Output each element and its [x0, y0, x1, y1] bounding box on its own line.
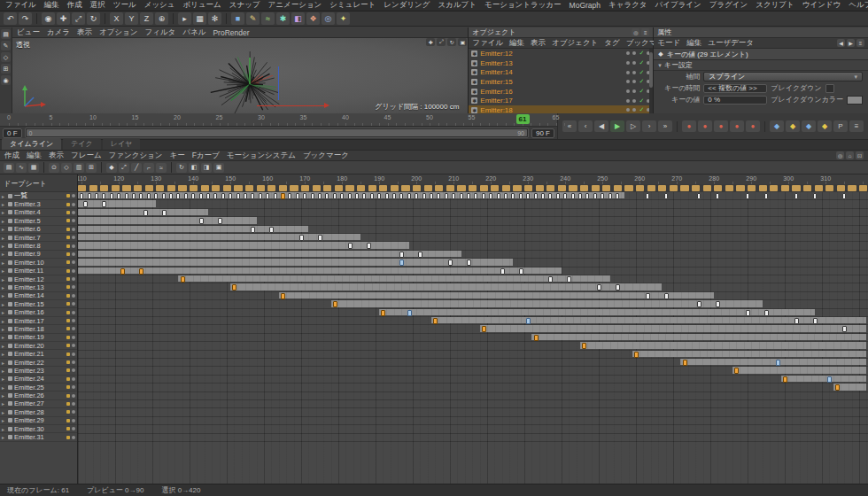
keyframe[interactable]	[399, 252, 404, 258]
marker-block[interactable]	[636, 185, 644, 191]
timeline-menu-8[interactable]: ブックマーク	[303, 151, 349, 161]
keyframe[interactable]	[842, 326, 847, 332]
track-key-icon[interactable]	[66, 302, 70, 306]
enabled-check-icon[interactable]: ✓	[639, 50, 644, 57]
keyframe[interactable]	[430, 193, 433, 199]
track-lane-Emitter.24[interactable]	[78, 376, 868, 384]
keyframe[interactable]	[407, 193, 411, 199]
next-frame-button[interactable]: ▷	[626, 120, 640, 132]
track-lane-Emitter.29[interactable]	[78, 417, 868, 425]
track-key-icon[interactable]	[66, 360, 70, 364]
keyframe[interactable]	[407, 310, 412, 316]
track-label-Emitter.26[interactable]: ▸Emitter.26	[0, 391, 77, 399]
keyframe[interactable]	[191, 193, 195, 199]
marker-block[interactable]	[313, 185, 321, 191]
rotate-tool-icon[interactable]: ↻	[87, 12, 100, 25]
keyframe[interactable]	[526, 318, 531, 324]
timeline-menu-6[interactable]: Fカーブ	[192, 151, 220, 161]
menu-item-18[interactable]: ウインドウ	[802, 0, 841, 11]
keyframe[interactable]	[746, 310, 750, 316]
spline-tool-icon[interactable]: ≈	[261, 12, 275, 25]
end-frame-field[interactable]: 90 F	[531, 128, 554, 138]
expand-icon[interactable]: ▸	[2, 276, 6, 283]
render-settings-icon[interactable]: ✻	[208, 12, 221, 25]
animation-range-bar[interactable]	[632, 351, 867, 357]
keyframe-selected[interactable]	[734, 368, 739, 374]
marker-block[interactable]	[837, 185, 845, 191]
track-mute-icon[interactable]	[72, 353, 75, 356]
keyframe[interactable]	[567, 276, 571, 283]
menu-item-9[interactable]: シミュレート	[329, 0, 376, 11]
keyframe[interactable]	[593, 193, 597, 199]
keyframe[interactable]	[578, 193, 582, 199]
track-key-icon[interactable]	[66, 194, 70, 198]
animation-range-bar[interactable]	[178, 275, 609, 282]
frame-ruler[interactable]: 05101520253035404550556561	[0, 113, 557, 127]
marker-block[interactable]	[859, 185, 867, 191]
track-lane-Emitter.12[interactable]	[78, 275, 868, 283]
keyframe-selected[interactable]	[433, 318, 438, 324]
current-frame-playhead[interactable]: 61	[516, 114, 530, 124]
track-mute-icon[interactable]	[72, 394, 75, 398]
keyframe-selected[interactable]	[482, 326, 486, 332]
visibility-toggle-editor[interactable]	[626, 108, 630, 112]
track-lane-Emitter.28[interactable]	[78, 408, 868, 416]
keyframe[interactable]	[362, 193, 366, 199]
link-view-icon[interactable]: ⊙	[49, 163, 59, 173]
menu-item-4[interactable]: ツール	[113, 0, 136, 11]
keyframe[interactable]	[311, 193, 314, 199]
keyframe[interactable]	[199, 218, 204, 224]
marker-block[interactable]	[624, 185, 632, 191]
keyframe[interactable]	[143, 210, 148, 216]
marker-block[interactable]	[513, 185, 521, 191]
expand-icon[interactable]: ▸	[2, 267, 6, 274]
marker-block[interactable]	[658, 185, 666, 191]
track-key-icon[interactable]	[66, 277, 70, 281]
keyframe[interactable]	[415, 193, 418, 199]
track-key-icon[interactable]	[66, 327, 70, 330]
menu-item-12[interactable]: モーショントラッカー	[484, 0, 562, 11]
track-lane-Emitter.22[interactable]	[78, 359, 868, 367]
track-label-Emitter.12[interactable]: ▸Emitter.12	[0, 275, 77, 283]
track-key-icon[interactable]	[66, 410, 70, 414]
keyframe[interactable]	[504, 193, 508, 199]
visibility-toggle-editor[interactable]	[626, 71, 630, 74]
expand-icon[interactable]: ▸	[2, 368, 6, 374]
vp-poly-icon[interactable]: ◇	[1, 52, 11, 62]
track-lane-Emitter.8[interactable]	[78, 242, 868, 250]
keyframe[interactable]	[437, 193, 440, 199]
track-label-Emitter.31[interactable]: ▸Emitter.31	[0, 433, 77, 441]
expand-icon[interactable]: ▸	[2, 260, 6, 266]
track-key-icon[interactable]	[66, 244, 70, 248]
expand-icon[interactable]: ▸	[2, 409, 6, 415]
track-lane-Emitter.21[interactable]	[78, 351, 868, 359]
keyframe[interactable]	[251, 227, 255, 233]
marker-block[interactable]	[413, 185, 421, 191]
keyframe[interactable]	[318, 235, 322, 241]
keyframe[interactable]	[221, 193, 225, 199]
animation-range-bar[interactable]	[78, 200, 156, 206]
menu-item-11[interactable]: スカルプト	[438, 0, 477, 11]
keyframe[interactable]	[385, 193, 389, 199]
keyframe[interactable]	[445, 193, 448, 199]
marker-block[interactable]	[368, 185, 376, 191]
marker-block[interactable]	[524, 185, 532, 191]
animation-range-bar[interactable]	[480, 325, 867, 331]
animation-range-bar[interactable]	[580, 342, 866, 348]
track-key-icon[interactable]	[66, 260, 70, 264]
marker-block[interactable]	[234, 185, 242, 191]
motion-mode-icon[interactable]: ▦	[28, 163, 39, 173]
viewport-menu-5[interactable]: パネル	[182, 27, 205, 38]
enabled-check-icon[interactable]: ✓	[639, 69, 644, 76]
marker-block[interactable]	[546, 185, 554, 191]
pla-button[interactable]: P	[833, 120, 848, 132]
autokey-button[interactable]: ●	[698, 120, 712, 132]
tab-タイムライン[interactable]: タイムライン	[2, 138, 61, 150]
track-label-Emitter.14[interactable]: ▸Emitter.14	[0, 292, 77, 300]
tl-home-icon[interactable]: ⌂	[846, 151, 854, 159]
timeline-menu-0[interactable]: 作成	[4, 151, 19, 161]
play-button[interactable]: ▶	[610, 120, 624, 132]
om-menu-icon[interactable]: ≡	[641, 28, 649, 36]
attr-fwd-icon[interactable]: ▶	[847, 39, 855, 47]
marker-block[interactable]	[770, 185, 778, 191]
